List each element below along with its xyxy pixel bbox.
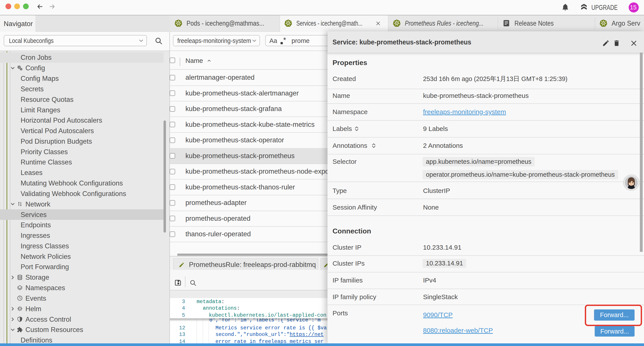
svg-text:HELM: HELM bbox=[18, 308, 22, 310]
